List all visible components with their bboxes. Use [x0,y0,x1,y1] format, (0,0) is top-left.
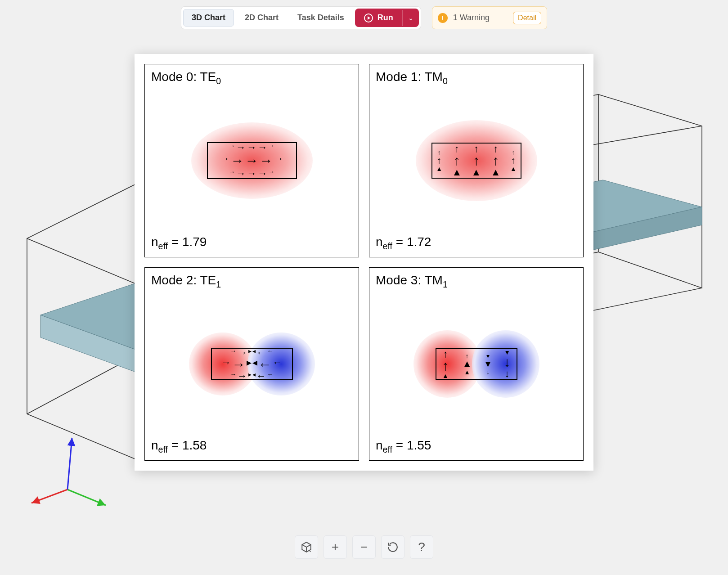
mode-field-plot: →→▸ ◂←← →→▸ ◂←← →→▸ ◂←← [184,319,319,409]
warning-detail-button[interactable]: Detail [513,12,541,24]
refresh-icon [387,541,399,553]
run-main[interactable]: Run [355,9,402,27]
axis-x-icon [31,490,67,503]
tab-label: 3D Chart [192,13,225,22]
question-icon: ? [418,540,425,554]
mode-title: Mode 2: TE1 [151,273,221,290]
chevron-down-icon: ⌄ [408,14,413,22]
axis-y-icon [67,490,106,505]
tab-task-details[interactable]: Task Details [289,9,352,26]
minus-icon: − [360,540,368,554]
tab-3d-chart[interactable]: 3D Chart [183,9,234,27]
reset-view-button[interactable] [381,535,404,559]
cube-icon [301,541,312,553]
axis-z-icon [67,438,72,490]
warning-banner: ! 1 Warning Detail [432,6,547,29]
plus-icon: + [332,540,339,554]
zoom-in-button[interactable]: + [324,535,347,559]
mode-field-plot: ↑↑▲ ↑▲▲ ▾▾↓ ▼↓↓ [409,319,544,409]
view-controls: + − ? [295,535,433,559]
mode-cell-3: Mode 3: TM1 ↑↑▲ ↑▲▲ ▾▾↓ ▼↓↓ [369,267,584,461]
mode-neff: neff = 1.55 [376,438,431,455]
mode-cell-2: Mode 2: TE1 →→▸ ◂←← →→▸ ◂←← →→▸ ◂←← [144,267,359,461]
mode-field-plot: →→→→→ →→→→→ →→→→→ [184,116,319,206]
mode-cell-0: Mode 0: TE0 →→→→→ →→→→→ →→→→→ neff = 1.7… [144,64,359,257]
play-icon [364,13,373,22]
tab-label: 2D Chart [245,13,279,22]
warning-icon: ! [438,13,448,23]
mode-neff: neff = 1.79 [151,235,207,252]
run-dropdown[interactable]: ⌄ [402,10,419,26]
detail-label: Detail [518,14,536,22]
mode-cell-1: Mode 1: TM0 ↑↑▲ ↑↑▲ ↑↑▲ ↑↑▲ ↑↑▲ [369,64,584,257]
axis-triad [22,427,112,517]
mode-title: Mode 3: TM1 [376,273,448,290]
mode-field-plot: ↑↑▲ ↑↑▲ ↑↑▲ ↑↑▲ ↑↑▲ [409,116,544,206]
warning-text: 1 Warning [453,13,508,22]
mode-overlay: Mode 0: TE0 →→→→→ →→→→→ →→→→→ neff = 1.7… [135,54,593,471]
mode-neff: neff = 1.58 [151,438,207,455]
tab-2d-chart[interactable]: 2D Chart [237,9,287,26]
mode-title: Mode 1: TM0 [376,70,448,86]
view-cube-button[interactable] [295,535,318,559]
run-button[interactable]: Run ⌄ [355,9,419,27]
top-toolbar: 3D Chart 2D Chart Task Details Run ⌄ ! 1… [0,6,728,29]
mode-neff: neff = 1.72 [376,235,431,252]
run-label: Run [377,13,393,22]
mode-title: Mode 0: TE0 [151,70,221,86]
tab-label: Task Details [297,13,344,22]
help-button[interactable]: ? [410,535,433,559]
zoom-out-button[interactable]: − [352,535,376,559]
view-tabs: 3D Chart 2D Chart Task Details Run ⌄ [181,6,421,29]
